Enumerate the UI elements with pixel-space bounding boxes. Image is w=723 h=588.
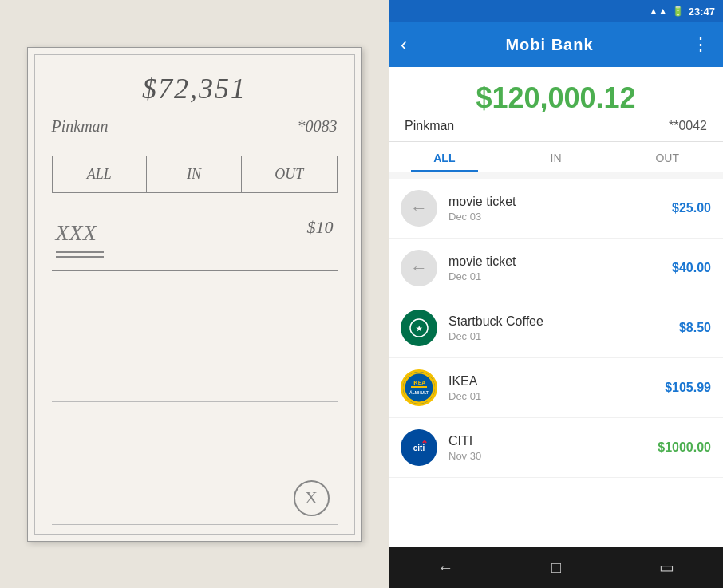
nav-home-button[interactable]: □	[535, 552, 577, 583]
list-item[interactable]: citi CITI Nov 30 $1000.00	[389, 418, 723, 478]
transaction-amount: $8.50	[679, 321, 711, 335]
tab-all[interactable]: ALL	[389, 142, 500, 172]
list-item[interactable]: ← movie ticket Dec 03 $25.00	[389, 179, 723, 239]
transaction-name: IKEA	[448, 374, 654, 389]
sketch-underline	[56, 251, 104, 253]
sketch-empty-rows: X	[52, 279, 338, 525]
svg-text:★: ★	[416, 325, 423, 333]
sketch-tab-all: ALL	[53, 156, 148, 192]
svg-rect-5	[411, 386, 427, 388]
account-row: Pinkman **0042	[405, 119, 707, 133]
transaction-amount: $40.00	[672, 261, 711, 275]
status-time: 23:47	[689, 6, 715, 18]
transaction-date: Dec 01	[448, 390, 654, 402]
transaction-name: movie ticket	[448, 195, 661, 209]
status-bar: ▲▲ 🔋 23:47	[389, 0, 723, 22]
menu-button[interactable]: ⋮	[692, 34, 711, 55]
transaction-name: Startbuck Coffee	[448, 314, 668, 329]
svg-text:ÄLMHULT: ÄLMHULT	[409, 390, 429, 395]
sketch-tab-out: OUT	[242, 156, 337, 192]
transaction-name: movie ticket	[448, 255, 661, 269]
transaction-icon-ikea: IKEA ÄLMHULT	[401, 369, 437, 406]
app-header: ‹ Mobi Bank ⋮	[389, 22, 723, 67]
transaction-details: movie ticket Dec 03	[448, 195, 661, 223]
sketch-price: $10	[307, 217, 334, 238]
transaction-icon-starbucks: ★	[401, 310, 437, 346]
sketch-amount: $72,351	[52, 72, 338, 105]
transaction-name: CITI	[448, 434, 646, 448]
balance-section: $120,000.12 Pinkman **0042	[389, 67, 723, 141]
wifi-icon: ▲▲	[649, 6, 668, 17]
sketch-name-row: Pinkman *0083	[52, 117, 338, 136]
sketch-transaction-row: XXX $10	[52, 205, 338, 271]
status-icons: ▲▲ 🔋	[649, 6, 684, 17]
transactions-list: ← movie ticket Dec 03 $25.00 ← movie tic…	[389, 179, 723, 547]
sketch-empty-row-2: X	[52, 402, 338, 525]
transaction-date: Dec 01	[448, 270, 661, 282]
account-name: Pinkman	[405, 119, 454, 133]
back-button[interactable]: ‹	[401, 34, 407, 56]
transaction-icon-arrow: ←	[401, 190, 437, 227]
battery-icon: 🔋	[672, 6, 684, 17]
nav-back-button[interactable]: ←	[421, 552, 469, 583]
transaction-details: Startbuck Coffee Dec 01	[448, 314, 668, 342]
list-item[interactable]: ← movie ticket Dec 01 $40.00	[389, 239, 723, 298]
sketch-paper: $72,351 Pinkman *0083 ALL IN OUT XXX $10	[27, 47, 362, 542]
list-item[interactable]: ★ Startbuck Coffee Dec 01 $8.50	[389, 298, 723, 358]
transaction-details: CITI Nov 30	[448, 434, 646, 462]
sketch-name: Pinkman	[52, 117, 109, 136]
tab-out[interactable]: OUT	[611, 142, 723, 172]
sketch-tabs: ALL IN OUT	[52, 156, 338, 193]
nav-recent-button[interactable]: ▭	[643, 551, 690, 583]
tabs-bar: ALL IN OUT	[389, 141, 723, 172]
sketch-panel: $72,351 Pinkman *0083 ALL IN OUT XXX $10	[0, 0, 389, 588]
app-title: Mobi Bank	[505, 36, 593, 54]
app-panel: ▲▲ 🔋 23:47 ‹ Mobi Bank ⋮ $120,000.12 Pin…	[389, 0, 723, 588]
svg-text:IKEA: IKEA	[413, 380, 426, 385]
balance-amount: $120,000.12	[405, 81, 707, 115]
transaction-date: Dec 03	[448, 211, 661, 223]
sketch-placeholder: XXX	[56, 217, 104, 248]
transaction-icon-citi: citi	[401, 429, 437, 466]
list-item[interactable]: IKEA ÄLMHULT IKEA Dec 01 $105.99	[389, 358, 723, 418]
bottom-nav: ← □ ▭	[389, 547, 723, 588]
transaction-details: IKEA Dec 01	[448, 374, 654, 402]
transaction-amount: $1000.00	[658, 440, 711, 455]
sketch-x-symbol: X	[305, 487, 318, 508]
transaction-details: movie ticket Dec 01	[448, 255, 661, 282]
transaction-amount: $25.00	[672, 201, 711, 215]
svg-text:citi: citi	[413, 444, 425, 452]
sketch-account-number: *0083	[298, 117, 338, 136]
account-number: **0042	[669, 119, 707, 133]
sketch-empty-row-1	[52, 279, 338, 402]
transaction-date: Nov 30	[448, 450, 646, 462]
transaction-icon-arrow: ←	[401, 250, 437, 286]
sketch-circle-x: X	[294, 480, 330, 516]
transaction-amount: $105.99	[665, 381, 711, 395]
sketch-tab-in: IN	[147, 156, 242, 192]
tab-in[interactable]: IN	[500, 142, 612, 172]
transaction-date: Dec 01	[448, 330, 668, 342]
